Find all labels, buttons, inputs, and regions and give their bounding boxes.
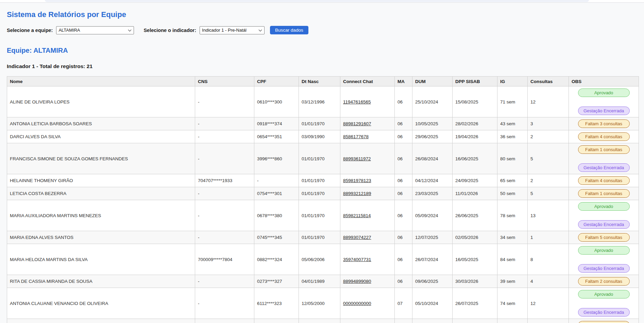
team-select-label: Selecione a equipe: (7, 28, 53, 33)
status-badge-warning: Faltam 1 consultas (578, 145, 630, 154)
indicator-select-wrap: Indicador 1 - Pre-Natál (200, 26, 265, 34)
cell-dpp-sisab: 16/05/2025 (453, 244, 497, 275)
status-badge-ended: Gestação Encerrada (578, 107, 630, 115)
cell-ig: 43 sem (497, 117, 528, 130)
cell-dt-nasc: 03/09/1990 (299, 130, 340, 143)
cell-cns: - (195, 143, 254, 174)
connect-chat-link[interactable]: 88993212189 (343, 191, 371, 196)
cell-dt-nasc: 01/01/1970 (299, 143, 340, 174)
cell-dpp-sisab: 30/03/2026 (453, 275, 497, 288)
cell-dt-nasc: 01/01/1970 (299, 174, 340, 187)
buscar-dados-button[interactable]: Buscar dados (270, 26, 308, 34)
status-badge-warning: Faltam 1 consultas (578, 189, 630, 198)
column-header-obs: OBS (569, 77, 639, 86)
cell-dpp-sisab: 28/02/2026 (453, 117, 497, 130)
cell-connect-chat: 8586177678 (340, 130, 395, 143)
table-row: FRANCISCA SIMONE DE SOUZA GOMES FERNANDE… (7, 143, 639, 174)
cell-obs: AprovadoGestação Encerrada (569, 288, 639, 319)
column-header-cpf: CPF (254, 77, 299, 86)
cell-ma: 06 (395, 231, 412, 244)
connect-chat-link[interactable]: 11947616565 (343, 99, 371, 104)
cell-dum: 12/07/2025 (412, 231, 453, 244)
omnibox-bottom-edge (45, 0, 589, 2)
page-content: Sistema de Relatórios por Equipe Selecio… (0, 10, 644, 323)
status-badge-ended: Gestação Encerrada (578, 163, 630, 172)
connect-chat-link[interactable]: 88981291607 (343, 121, 371, 126)
page-title: Sistema de Relatórios por Equipe (7, 10, 637, 19)
cell-connect-chat: 88993212189 (340, 187, 395, 200)
cell-connect-chat: 88993074227 (340, 231, 395, 244)
status-badge-warning: Faltam 5 consultas (578, 233, 630, 242)
connect-chat-link[interactable]: 88993611972 (343, 156, 371, 161)
cell-consultas: 4 (528, 319, 569, 323)
cell-dt-nasc: 01/01/1970 (299, 187, 340, 200)
cell-dum: 09/06/2025 (412, 275, 453, 288)
column-header-dpp-sisab: DPP SISAB (453, 77, 497, 86)
cell-cns: - (195, 117, 254, 130)
status-badge-warning: Faltam 4 consultas (578, 176, 630, 185)
cell-obs: Faltam 3 consultas (569, 117, 639, 130)
cell-ig: 50 sem (497, 187, 528, 200)
table-row: HELAINNE THOMENY GIRÃO 704707*****1933 -… (7, 174, 639, 187)
status-badge-success: Aprovado (578, 246, 630, 255)
cell-obs: Faltam 1 consultasGestação Encerrada (569, 143, 639, 174)
cell-cns: 700009*****7804 (195, 244, 254, 275)
connect-chat-link[interactable]: 85982115814 (343, 213, 371, 218)
cell-consultas: 12 (528, 288, 569, 319)
cell-dpp-sisab: 24/09/2025 (453, 174, 497, 187)
cell-connect-chat: 88981291607 (340, 117, 395, 130)
cell-connect-chat: 85981978123 (340, 174, 395, 187)
cell-cpf: 0273****327 (254, 275, 299, 288)
table-row: MARIA AUXILIADORA MARTINS MENEZES - 0678… (7, 200, 639, 231)
cell-dum: 05/09/2024 (412, 200, 453, 231)
status-badge-warning: Faltam 3 consultas (578, 119, 630, 128)
connect-chat-link[interactable]: 00000000000 (343, 301, 371, 306)
cell-cns: - (195, 288, 254, 319)
cell-consultas: 8 (528, 244, 569, 275)
table-row: ANTONIA CLAUANE VENANCIO DE OLIVEIRA - 6… (7, 288, 639, 319)
connect-chat-link[interactable]: 88994899080 (343, 279, 371, 284)
cell-ma: 07 (395, 319, 412, 323)
cell-connect-chat: 85982115814 (340, 200, 395, 231)
cell-ma: 06 (395, 187, 412, 200)
table-row: ANTONIA VALKYRIA MARQUES ARAGAO - 0864**… (7, 319, 639, 323)
cell-cns: - (195, 231, 254, 244)
connect-chat-link[interactable]: 35974007731 (343, 257, 371, 262)
connect-chat-link[interactable]: 85981978123 (343, 178, 371, 183)
cell-dpp-sisab: 26/07/2025 (453, 288, 497, 319)
cell-nome: ALINE DE OLIVEIRA LOPES (7, 86, 195, 117)
cell-dpp-sisab: 16/06/2025 (453, 143, 497, 174)
cell-ig: 50 sem (497, 319, 528, 323)
connect-chat-link[interactable]: 88993074227 (343, 235, 371, 240)
cell-dum: 23/03/2025 (412, 187, 453, 200)
cell-nome: MARIA HELOIZA MARTINS DA SILVA (7, 244, 195, 275)
cell-cns: - (195, 200, 254, 231)
cell-cns: - (195, 275, 254, 288)
cell-dum: 10/05/2025 (412, 117, 453, 130)
cell-ma: 06 (395, 117, 412, 130)
cell-connect-chat: 88993611972 (340, 143, 395, 174)
team-select[interactable]: ALTAMIRA (56, 26, 134, 34)
cell-obs: AprovadoGestação Encerrada (569, 244, 639, 275)
table-row: MARIA HELOIZA MARTINS DA SILVA 700009***… (7, 244, 639, 275)
indicator-select[interactable]: Indicador 1 - Pre-Natál (200, 26, 265, 34)
cell-ig: 65 sem (497, 174, 528, 187)
column-header-dum: DUM (412, 77, 453, 86)
connect-chat-link[interactable]: 8586177678 (343, 134, 369, 139)
cell-dt-nasc: 01/01/1970 (299, 231, 340, 244)
cell-obs: Faltam 2 consultas (569, 275, 639, 288)
cell-ma: 06 (395, 275, 412, 288)
column-header-ma: MA (395, 77, 412, 86)
cell-ig: 71 sem (497, 86, 528, 117)
cell-obs: AprovadoGestação Encerrada (569, 86, 639, 117)
status-badge-success: Aprovado (578, 202, 630, 211)
cell-cns: - (195, 319, 254, 323)
cell-ma: 06 (395, 200, 412, 231)
cell-dum: 26/08/2024 (412, 143, 453, 174)
cell-dum: 25/10/2024 (412, 86, 453, 117)
cell-nome: RITA DE CASSIA MIRANDA DE SOUSA (7, 275, 195, 288)
cell-cpf: 0654****351 (254, 130, 299, 143)
cell-ig: 34 sem (497, 231, 528, 244)
cell-obs: AprovadoGestação Encerrada (569, 200, 639, 231)
cell-cpf: 0864****374 (254, 319, 299, 323)
